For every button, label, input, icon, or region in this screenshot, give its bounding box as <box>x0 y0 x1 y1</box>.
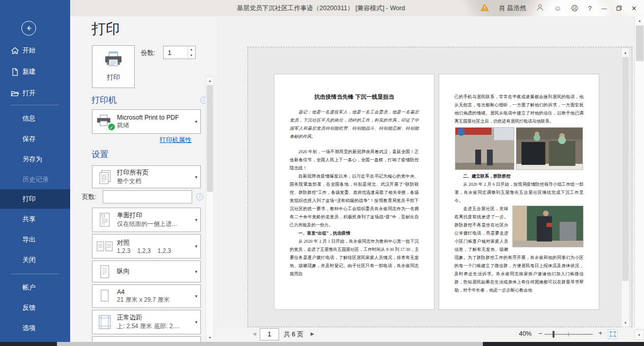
print-button[interactable]: 打印 <box>92 45 135 88</box>
window-scrollbar[interactable]: ▲ <box>634 16 644 328</box>
duplex-select[interactable]: 单面打印 仅在纸面的一侧上进... ▾ <box>92 208 201 232</box>
sidebar-item-print[interactable]: 打印 <box>0 189 70 209</box>
zoom-slider-tick <box>568 332 569 336</box>
sidebar-divider <box>11 105 59 105</box>
spin-down-icon[interactable]: ▼ <box>188 52 195 59</box>
next-page-icon[interactable]: ▶ <box>311 331 314 336</box>
paper-size-select[interactable]: A4 21 厘米 x 29.7 厘米 ▾ <box>92 284 201 308</box>
title-bar: 基层党员下沉社区工作事迹（20200311） [兼容模式] - Word 肖 昌… <box>70 0 644 16</box>
sidebar-item-options[interactable]: 选项 <box>0 319 70 338</box>
preview-page-2: 己的手机与居民联系，常常在半夜或凌晨都会接到居民的电话，他从无怨言，每次都耐心细… <box>439 74 599 310</box>
sidebar-item-label: 另存为 <box>22 155 42 164</box>
printer-properties-link[interactable]: 打印机属性 <box>160 136 192 145</box>
preview-scrollbar-thumb[interactable] <box>622 57 629 281</box>
sidebar-item-close-doc[interactable]: 关闭 <box>0 250 70 270</box>
scroll-down-icon[interactable]: ▼ <box>622 319 629 327</box>
photo-community-center <box>455 127 514 170</box>
zoom-to-page-button[interactable] <box>608 329 618 339</box>
zoom-in-button[interactable]: + <box>598 329 602 337</box>
chevron-down-icon: ▾ <box>192 119 200 124</box>
sidebar-item-save-as[interactable]: 另存为 <box>0 150 70 169</box>
one-sided-icon <box>93 212 117 227</box>
dropdown-main-label: 单面打印 <box>117 211 192 220</box>
minimize-button[interactable]: — <box>601 5 607 11</box>
print-panel: 打印 打印 份数: ▲ ▼ <box>70 16 216 342</box>
chevron-down-icon: ▾ <box>192 320 200 325</box>
zoom-slider[interactable] <box>544 334 593 335</box>
sidebar-item-label: 导出 <box>22 235 36 244</box>
previous-page-icon[interactable]: ◀ <box>253 331 256 336</box>
person-icon[interactable] <box>536 3 544 14</box>
window-scroll-down-button[interactable]: ▼ <box>634 330 644 340</box>
sidebar-item-export[interactable]: 导出 <box>0 230 70 249</box>
printer-ready-icon: ✓ <box>108 123 115 131</box>
restore-button[interactable] <box>617 6 622 11</box>
pages-input[interactable] <box>103 190 192 204</box>
sidebar-item-label: 信息 <box>22 114 36 123</box>
doc-paragraph: 2020 年初，一场不期而至的新冠肺炎席卷武汉，蔓延全国！正值新春佳节，全国人民… <box>290 148 419 172</box>
doc-paragraph: 从 2020 年 2 月 6 日开始，按照局疫情防控领导小组工作统一部署，肖永俊… <box>454 180 584 205</box>
doc-paragraph: 己的手机与居民联系，常常在半夜或凌晨都会接到居民的电话，他从无怨言，每次都耐心细… <box>454 93 584 125</box>
dropdown-sub-label: 整个文档 <box>117 177 192 186</box>
current-page-input[interactable] <box>260 328 279 340</box>
chevron-down-icon: ▾ <box>192 217 200 222</box>
pages-per-sheet-select[interactable]: 每版打印 1 页 ▾ <box>92 336 201 342</box>
scroll-up-icon[interactable]: ▲ <box>206 77 213 84</box>
print-all-pages-icon <box>93 169 117 185</box>
scroll-up-icon[interactable]: ▲ <box>635 16 644 25</box>
sidebar-item-account[interactable]: 帐户 <box>0 278 70 297</box>
zoom-slider-thumb[interactable] <box>553 331 555 338</box>
sidebar-item-share[interactable]: 共享 <box>0 210 70 229</box>
dropdown-main-label: 纵向 <box>117 267 192 276</box>
total-pages-label: 共 6 页 <box>284 330 303 339</box>
scroll-down-icon: ▼ <box>637 333 641 337</box>
smiley-icon[interactable]: ☺ <box>554 5 561 12</box>
word-backstage-print-view: 开始 新建 打开 信息 保存 另存为 历史记录 打印 共享 导出 关闭 帐户 反… <box>0 0 644 346</box>
sidebar-item-label: 保存 <box>22 134 36 143</box>
printer-select[interactable]: ✓ Microsoft Print to PDF 就绪 ▾ <box>92 109 201 134</box>
help-icon[interactable]: ? <box>588 5 592 12</box>
sidebar-item-save[interactable]: 保存 <box>0 129 70 149</box>
photo-phone-calls <box>516 127 583 170</box>
panel-scrollbar-thumb[interactable] <box>207 85 213 192</box>
chevron-down-icon: ▾ <box>192 269 200 274</box>
orientation-select[interactable]: 纵向 ▾ <box>92 261 201 282</box>
sidebar-item-label: 打开 <box>22 89 36 98</box>
spin-up-icon[interactable]: ▲ <box>188 46 195 52</box>
preview-page-1: 抗击疫情当先锋 下沉一线显担当 题记：他是一名退役军人，他是一名工会委员，他是一… <box>274 74 435 310</box>
warning-icon[interactable] <box>480 4 489 13</box>
sidebar-item-label: 关闭 <box>22 255 36 265</box>
doc-paragraph: 自新冠肺炎疫情爆发以来，以习近平总书记为核心的党中央、国务院紧急部署，在全国各地… <box>290 172 419 229</box>
print-preview-area: 抗击疫情当先锋 下沉一线显担当 题记：他是一名退役军人，他是一名工会委员，他是一… <box>216 16 634 328</box>
print-range-select[interactable]: 打印所有页 整个文档 ▾ <box>92 165 201 188</box>
collation-select[interactable]: 对照 1,2,3 1,2,3 1,2,3 ▾ <box>92 234 201 258</box>
sidebar-item-label: 选项 <box>22 324 36 333</box>
copies-stepper: ▲ ▼ <box>163 46 196 59</box>
preview-scrollbar[interactable]: ▲ ▼ <box>621 48 630 327</box>
printer-icon <box>104 51 123 70</box>
copies-label: 份数: <box>141 49 155 57</box>
dropdown-sub-label: 1,2,3 1,2,3 1,2,3 <box>117 247 192 254</box>
pages-label: 页数: <box>82 193 96 201</box>
frown-icon[interactable]: ☹ <box>571 5 578 12</box>
sidebar-item-feedback[interactable]: 反馈 <box>0 298 70 318</box>
margins-select[interactable]: 正常边距 上: 2.54 厘米 底部: 2.... ▾ <box>92 310 201 334</box>
scroll-down-icon[interactable]: ▼ <box>206 334 213 341</box>
close-button[interactable]: ✕ <box>631 5 637 12</box>
back-button[interactable] <box>21 21 36 36</box>
sidebar-item-open[interactable]: 打开 <box>0 83 70 103</box>
printer-status: 就绪 <box>117 121 192 130</box>
panel-scrollbar[interactable]: ▲ ▼ <box>206 76 214 342</box>
sidebar-item-info[interactable]: 信息 <box>0 109 70 128</box>
collated-icon <box>93 240 117 253</box>
zoom-level-label: 40% <box>519 330 532 337</box>
sidebar-item-new[interactable]: 新建 <box>0 62 70 81</box>
dropdown-main-label: 打印所有页 <box>117 168 192 177</box>
window-scrollbar-thumb[interactable] <box>636 25 643 61</box>
account-button[interactable]: 肖 昌浩然 <box>499 4 526 13</box>
sidebar-item-home[interactable]: 开始 <box>0 41 70 60</box>
zoom-out-button[interactable]: − <box>538 330 542 337</box>
scroll-up-icon[interactable]: ▲ <box>622 48 629 56</box>
pages-info-icon[interactable]: i <box>196 193 203 200</box>
copies-input[interactable] <box>164 46 188 59</box>
